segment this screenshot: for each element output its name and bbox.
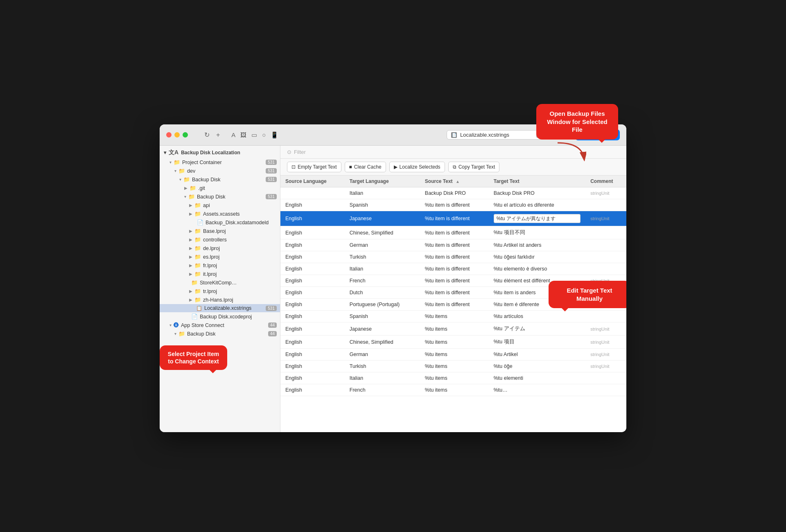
sidebar-item-localizable-xcstrings[interactable]: 📋 Localizable.xcstrings 531 <box>160 304 280 312</box>
table-row[interactable]: EnglishFrench%tu items%tu… <box>280 384 626 396</box>
sidebar-item-it-lproj[interactable]: ▶ 📁 it.lproj <box>160 270 280 278</box>
cache-icon: ■ <box>349 164 352 170</box>
cell-comment <box>585 384 626 396</box>
item-badge: 531 <box>266 177 277 182</box>
cell-target-text <box>489 211 585 226</box>
maximize-button[interactable] <box>183 132 188 138</box>
item-badge: 531 <box>266 160 277 165</box>
right-panel: ⊙ Filter ⊡ Empty Target Text ■ Clear Cac… <box>280 146 626 432</box>
cell-source-text: Backup Disk PRO <box>420 187 489 199</box>
sidebar-item-zh-hans[interactable]: ▶ 📁 zh-Hans.lproj <box>160 295 280 304</box>
cell-comment <box>585 239 626 251</box>
sidebar-item-project-container[interactable]: ▾ 📁 Project Container 531 <box>160 158 280 167</box>
cell-comment: stringUnit <box>585 322 626 336</box>
empty-target-button[interactable]: ⊡ Empty Target Text <box>287 162 341 172</box>
cell-target-text: %tu 项目不同 <box>489 226 585 239</box>
chevron-down-icon: ▾ <box>164 150 166 156</box>
sidebar-item-controllers[interactable]: ▶ 📁 controllers <box>160 235 280 244</box>
refresh-icon[interactable]: ↻ <box>204 131 210 139</box>
folder-icon: 📁 <box>190 185 196 191</box>
close-button[interactable] <box>166 132 172 138</box>
sidebar-item-storekit[interactable]: 📁 StoreKitComp… <box>160 278 280 287</box>
sidebar-item-label: es.lproj <box>203 254 277 260</box>
cell-source-lang: English <box>280 226 345 239</box>
sidebar-item-es-lproj[interactable]: ▶ 📁 es.lproj <box>160 252 280 261</box>
sidebar-item-xcdatamodeld[interactable]: 📄 Backup_Disk.xcdatamodeld <box>160 218 280 227</box>
cell-comment: stringUnit <box>585 361 626 372</box>
table-row[interactable]: EnglishTurkish%tu items%tu öğestringUnit <box>280 361 626 372</box>
target-text-input[interactable] <box>494 214 580 223</box>
table-row[interactable]: ItalianBackup Disk PROBackup Disk PROstr… <box>280 187 626 199</box>
sidebar-item-dev[interactable]: ▾ 📁 dev 531 <box>160 167 280 175</box>
cell-target-text: %tu 项目 <box>489 336 585 349</box>
sidebar-item-xcodeproj[interactable]: 📄 Backup Disk.xcodeproj <box>160 312 280 321</box>
sidebar-item-backup-disk-appstore[interactable]: ▾ 📁 Backup Disk 44 <box>160 329 280 338</box>
copy-icon: ⧉ <box>453 164 456 170</box>
cell-target-text: %tu Artikel ist anders <box>489 239 585 251</box>
cell-comment <box>585 311 626 322</box>
cell-target-text: %tu elementi <box>489 372 585 384</box>
folder-icon: 📁 <box>194 245 201 251</box>
sidebar-item-tr-lproj[interactable]: ▶ 📁 tr.lproj <box>160 287 280 295</box>
cell-source-text: %tu items <box>420 311 489 322</box>
sidebar-item-assets[interactable]: ▶ 📁 Assets.xcassets <box>160 210 280 218</box>
cell-target-text: %tu elemento è diverso <box>489 263 585 275</box>
sidebar-item-de-lproj[interactable]: ▶ 📁 de.lproj <box>160 244 280 252</box>
filter-icon: ⊙ <box>287 149 291 155</box>
table-row[interactable]: EnglishTurkish%tu item is different%tu ö… <box>280 251 626 263</box>
minimize-button[interactable] <box>174 132 180 138</box>
sidebar-root-label: Backup Disk Localization <box>181 150 240 156</box>
cell-source-text: %tu items <box>420 361 489 372</box>
table-row[interactable]: EnglishJapanese%tu item is differentstri… <box>280 211 626 226</box>
tooltip-select-project: Select Project Item to Change Context <box>160 345 227 370</box>
sidebar-item-git[interactable]: ▶ 📁 .git <box>160 184 280 192</box>
table-header-row: Source Language Target Language Source T… <box>280 176 626 187</box>
add-icon[interactable]: + <box>216 131 220 139</box>
table-row[interactable]: EnglishGerman%tu items%tu ArtikelstringU… <box>280 349 626 361</box>
chevron-right-icon: ▶ <box>189 212 192 216</box>
table-row[interactable]: EnglishItalian%tu item is different%tu e… <box>280 263 626 275</box>
sort-icon: ▲ <box>456 179 460 184</box>
cell-source-lang: English <box>280 349 345 361</box>
cell-target-lang: Turkish <box>345 251 420 263</box>
clear-cache-button[interactable]: ■ Clear Cache <box>345 162 386 172</box>
folder-icon: 📁 <box>188 194 195 200</box>
file-name: Localizable.xcstrings <box>460 132 509 138</box>
main-content: ▾ 文A Backup Disk Localization ▾ 📁 Projec… <box>160 146 626 432</box>
cell-target-lang: Japanese <box>345 322 420 336</box>
sidebar-item-base-lproj[interactable]: ▶ 📁 Base.lproj <box>160 227 280 235</box>
sidebar-item-backup-disk-3[interactable]: ▾ 📁 Backup Disk 531 <box>160 175 280 184</box>
copy-target-button[interactable]: ⧉ Copy Target Text <box>448 162 500 172</box>
cell-source-text: %tu item is different <box>420 239 489 251</box>
table-row[interactable]: EnglishChinese, Simplified%tu items%tu 项… <box>280 336 626 349</box>
sidebar-item-app-store-connect[interactable]: ▾ 🅐 App Store Connect 44 <box>160 321 280 329</box>
sidebar-item-label: App Store Connect <box>181 322 266 328</box>
cell-target-lang: Italian <box>345 263 420 275</box>
table-row[interactable]: EnglishGerman%tu item is different%tu Ar… <box>280 239 626 251</box>
sidebar-item-label: it.lproj <box>203 271 277 277</box>
sidebar-item-fr-lproj[interactable]: ▶ 📁 fr.lproj <box>160 261 280 270</box>
cell-target-text: %tu Artikel <box>489 349 585 361</box>
sidebar-item-label: controllers <box>203 237 277 243</box>
filter-bar: ⊙ Filter <box>280 146 626 159</box>
table-row[interactable]: EnglishChinese, Simplified%tu item is di… <box>280 226 626 239</box>
app-store-icon: 🅐 <box>174 322 179 328</box>
localize-selecteds-button[interactable]: ▶ Localize Selecteds <box>389 162 445 172</box>
cell-target-text: %tu… <box>489 384 585 396</box>
cell-source-text: %tu items <box>420 349 489 361</box>
table-row[interactable]: EnglishItalian%tu items%tu elementi <box>280 372 626 384</box>
table-row[interactable]: EnglishSpanish%tu items%tu artículos <box>280 311 626 322</box>
sidebar-item-backup-disk-4[interactable]: ▾ 📁 Backup Disk 531 <box>160 192 280 201</box>
folder-icon: 📁 <box>194 211 201 217</box>
sidebar-item-label: fr.lproj <box>203 263 277 268</box>
chevron-down-icon: ▾ <box>174 169 176 173</box>
cell-source-lang: English <box>280 299 345 311</box>
cell-comment <box>585 199 626 211</box>
cell-source-lang: English <box>280 311 345 322</box>
folder-icon: 📁 <box>183 176 190 183</box>
cell-target-text: %tu el artículo es diferente <box>489 199 585 211</box>
table-row[interactable]: EnglishJapanese%tu items%tu アイテムstringUn… <box>280 322 626 336</box>
sidebar-root-header[interactable]: ▾ 文A Backup Disk Localization <box>160 146 280 158</box>
table-row[interactable]: EnglishSpanish%tu item is different%tu e… <box>280 199 626 211</box>
sidebar-item-api[interactable]: ▶ 📁 api <box>160 201 280 210</box>
